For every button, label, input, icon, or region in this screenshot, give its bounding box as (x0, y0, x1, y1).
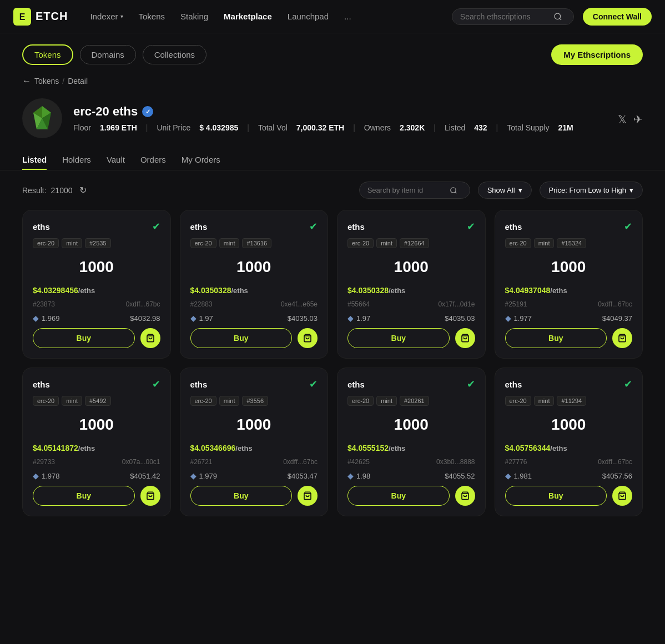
usd-value: $4053.47 (288, 472, 318, 480)
item-search-input[interactable] (367, 186, 445, 194)
add-to-cart-button[interactable] (612, 328, 632, 348)
verified-check-icon: ✔ (152, 220, 160, 233)
card-tags: erc-20mint#20261 (347, 396, 475, 406)
card-tag: mint (62, 238, 82, 248)
nav-more[interactable]: ... (344, 12, 351, 21)
verified-check-icon: ✔ (309, 378, 318, 390)
buy-button[interactable]: Buy (190, 486, 293, 506)
add-to-cart-button[interactable] (455, 328, 475, 348)
price-sort-button[interactable]: Price: From Low to High ▾ (540, 182, 643, 199)
card-tag: #2535 (85, 238, 111, 248)
card-tag: mint (376, 238, 397, 248)
eth-value: ◆ 1.98 (347, 471, 370, 480)
card-id: #27776 (505, 458, 527, 466)
card-tags: erc-20mint#5492 (33, 396, 160, 406)
eth-value: ◆ 1.979 (190, 471, 218, 480)
buy-button[interactable]: Buy (190, 328, 293, 348)
card-meta: #23873 0xdff...67bc (33, 300, 160, 308)
card-price: $4.0350328/eths (347, 286, 475, 295)
my-ethscriptions-button[interactable]: My Ethscriptions (551, 44, 643, 65)
result-count: Result: 21000 ↻ (22, 185, 87, 195)
social-icons: 𝕏 ✈ (618, 110, 643, 126)
card-item: eths ✔ erc-20mint#13616 1000 $4.0350328/… (180, 210, 329, 359)
add-to-cart-button[interactable] (140, 486, 160, 506)
nav-indexer[interactable]: Indexer ▾ (90, 12, 123, 21)
add-to-cart-button[interactable] (298, 486, 318, 506)
breadcrumb-current: Detail (68, 77, 88, 85)
add-to-cart-button[interactable] (298, 328, 318, 348)
nav-marketplace[interactable]: Marketplace (224, 12, 272, 21)
card-item: eths ✔ erc-20mint#12664 1000 $4.0350328/… (337, 210, 486, 359)
sub-tabs: Listed Holders Vault Orders My Orders (0, 149, 665, 170)
card-meta: #25191 0xdff...67bc (505, 300, 633, 308)
sub-tab-orders[interactable]: Orders (140, 149, 166, 170)
buy-button[interactable]: Buy (505, 486, 607, 506)
twitter-icon[interactable]: 𝕏 (618, 113, 627, 126)
refresh-button[interactable]: ↻ (79, 185, 87, 195)
sub-tab-listed[interactable]: Listed (22, 149, 47, 170)
breadcrumb: ← Tokens / Detail (0, 65, 665, 92)
global-search[interactable] (452, 8, 574, 25)
breadcrumb-separator: / (62, 77, 64, 85)
eth-amount: 1.969 (42, 314, 60, 323)
card-item: eths ✔ erc-20mint#11294 1000 $4.05756344… (495, 368, 643, 516)
global-search-input[interactable] (460, 12, 549, 21)
search-icon (450, 187, 457, 194)
card-address: 0x3b0...8888 (436, 458, 475, 466)
cart-icon (146, 491, 155, 500)
sub-tab-holders[interactable]: Holders (62, 149, 91, 170)
card-amount: 1000 (190, 254, 318, 280)
card-actions: Buy (347, 328, 475, 348)
card-tags: erc-20mint#15324 (505, 238, 633, 248)
tab-domains[interactable]: Domains (80, 45, 136, 64)
card-amount: 1000 (33, 254, 160, 280)
nav-tokens[interactable]: Tokens (139, 12, 165, 21)
card-tag: erc-20 (190, 238, 216, 248)
token-name: erc-20 eths ✓ (73, 104, 607, 119)
add-to-cart-button[interactable] (140, 328, 160, 348)
usd-value: $4049.37 (602, 314, 632, 323)
token-logo-icon (27, 103, 58, 134)
token-logo (22, 98, 62, 138)
card-header: eths ✔ (505, 378, 633, 390)
connect-wallet-button[interactable]: Connect Wall (583, 8, 652, 26)
tab-collections[interactable]: Collections (143, 45, 206, 64)
add-to-cart-button[interactable] (455, 486, 475, 506)
card-eth-row: ◆ 1.97 $4035.03 (347, 314, 475, 323)
buy-button[interactable]: Buy (505, 328, 607, 348)
svg-line-11 (455, 192, 456, 193)
card-meta: #42625 0x3b0...8888 (347, 458, 475, 466)
card-actions: Buy (505, 486, 633, 506)
card-tag: mint (219, 396, 240, 406)
card-header: eths ✔ (190, 378, 318, 390)
add-to-cart-button[interactable] (612, 486, 632, 506)
buy-button[interactable]: Buy (33, 486, 135, 506)
buy-button[interactable]: Buy (33, 328, 135, 348)
card-address: 0xdff...67bc (126, 300, 160, 308)
back-arrow-icon[interactable]: ← (22, 76, 31, 86)
card-tag: mint (534, 238, 555, 248)
eth-amount: 1.977 (514, 314, 532, 323)
buy-button[interactable]: Buy (347, 328, 450, 348)
breadcrumb-tokens-link[interactable]: Tokens (34, 77, 59, 85)
logo[interactable]: E ETCH (13, 8, 68, 26)
card-header: eths ✔ (33, 220, 160, 233)
eth-diamond-icon: ◆ (190, 471, 197, 480)
cart-icon (461, 491, 470, 500)
show-all-button[interactable]: Show All ▾ (478, 182, 532, 199)
sub-tab-my-orders[interactable]: My Orders (182, 149, 220, 170)
nav-links: Indexer ▾ Tokens Staking Marketplace Lau… (90, 12, 451, 21)
card-tag: #11294 (557, 396, 586, 406)
nav-launchpad[interactable]: Launchpad (288, 12, 329, 21)
sub-tab-vault[interactable]: Vault (107, 149, 125, 170)
buy-button[interactable]: Buy (347, 486, 450, 506)
item-search[interactable] (359, 182, 470, 199)
telegram-icon[interactable]: ✈ (633, 113, 643, 126)
tab-tokens[interactable]: Tokens (22, 44, 73, 65)
nav-staking[interactable]: Staking (180, 12, 208, 21)
eth-value: ◆ 1.969 (33, 314, 60, 323)
card-address: 0xdff...67bc (283, 458, 318, 466)
card-meta: #55664 0x17f...0d1e (347, 300, 475, 308)
usd-value: $4055.52 (445, 472, 475, 480)
card-tag: erc-20 (505, 396, 531, 406)
